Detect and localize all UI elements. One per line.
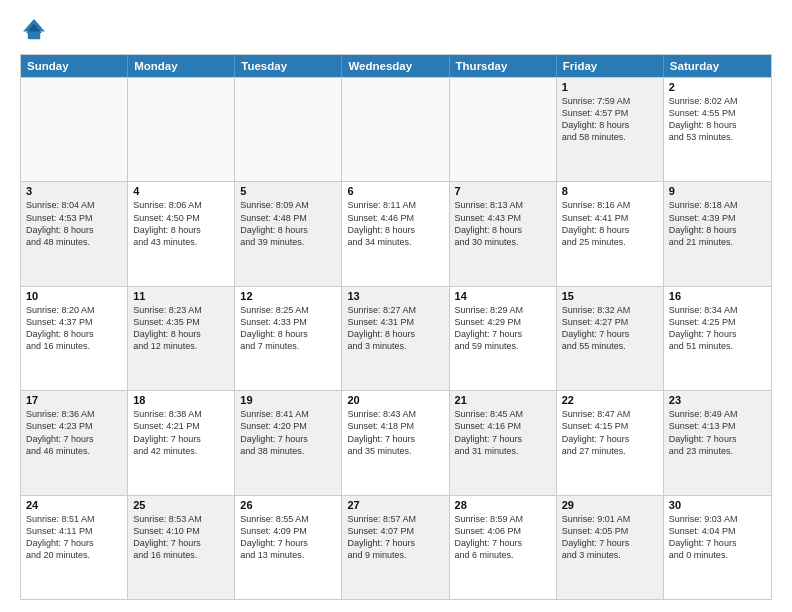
cal-cell: 23Sunrise: 8:49 AM Sunset: 4:13 PM Dayli… <box>664 391 771 494</box>
cal-header-monday: Monday <box>128 55 235 77</box>
cal-cell: 9Sunrise: 8:18 AM Sunset: 4:39 PM Daylig… <box>664 182 771 285</box>
day-number: 5 <box>240 185 336 197</box>
cal-cell <box>342 78 449 181</box>
day-number: 11 <box>133 290 229 302</box>
day-info: Sunrise: 8:55 AM Sunset: 4:09 PM Dayligh… <box>240 513 336 562</box>
day-number: 10 <box>26 290 122 302</box>
day-number: 9 <box>669 185 766 197</box>
calendar: SundayMondayTuesdayWednesdayThursdayFrid… <box>20 54 772 600</box>
cal-week-1: 1Sunrise: 7:59 AM Sunset: 4:57 PM Daylig… <box>21 77 771 181</box>
day-info: Sunrise: 8:11 AM Sunset: 4:46 PM Dayligh… <box>347 199 443 248</box>
day-info: Sunrise: 8:27 AM Sunset: 4:31 PM Dayligh… <box>347 304 443 353</box>
day-info: Sunrise: 8:57 AM Sunset: 4:07 PM Dayligh… <box>347 513 443 562</box>
day-number: 12 <box>240 290 336 302</box>
cal-header-saturday: Saturday <box>664 55 771 77</box>
cal-cell: 13Sunrise: 8:27 AM Sunset: 4:31 PM Dayli… <box>342 287 449 390</box>
day-number: 22 <box>562 394 658 406</box>
cal-week-2: 3Sunrise: 8:04 AM Sunset: 4:53 PM Daylig… <box>21 181 771 285</box>
cal-cell: 19Sunrise: 8:41 AM Sunset: 4:20 PM Dayli… <box>235 391 342 494</box>
cal-week-4: 17Sunrise: 8:36 AM Sunset: 4:23 PM Dayli… <box>21 390 771 494</box>
cal-cell: 11Sunrise: 8:23 AM Sunset: 4:35 PM Dayli… <box>128 287 235 390</box>
cal-cell: 10Sunrise: 8:20 AM Sunset: 4:37 PM Dayli… <box>21 287 128 390</box>
day-number: 13 <box>347 290 443 302</box>
cal-cell: 25Sunrise: 8:53 AM Sunset: 4:10 PM Dayli… <box>128 496 235 599</box>
cal-week-5: 24Sunrise: 8:51 AM Sunset: 4:11 PM Dayli… <box>21 495 771 599</box>
cal-cell: 12Sunrise: 8:25 AM Sunset: 4:33 PM Dayli… <box>235 287 342 390</box>
day-number: 20 <box>347 394 443 406</box>
day-number: 7 <box>455 185 551 197</box>
day-number: 23 <box>669 394 766 406</box>
day-info: Sunrise: 8:32 AM Sunset: 4:27 PM Dayligh… <box>562 304 658 353</box>
cal-cell: 17Sunrise: 8:36 AM Sunset: 4:23 PM Dayli… <box>21 391 128 494</box>
day-info: Sunrise: 8:23 AM Sunset: 4:35 PM Dayligh… <box>133 304 229 353</box>
day-info: Sunrise: 8:59 AM Sunset: 4:06 PM Dayligh… <box>455 513 551 562</box>
cal-cell <box>21 78 128 181</box>
day-info: Sunrise: 8:45 AM Sunset: 4:16 PM Dayligh… <box>455 408 551 457</box>
cal-cell <box>128 78 235 181</box>
day-number: 2 <box>669 81 766 93</box>
cal-cell: 26Sunrise: 8:55 AM Sunset: 4:09 PM Dayli… <box>235 496 342 599</box>
logo <box>20 16 52 44</box>
cal-cell: 15Sunrise: 8:32 AM Sunset: 4:27 PM Dayli… <box>557 287 664 390</box>
day-number: 26 <box>240 499 336 511</box>
cal-cell: 7Sunrise: 8:13 AM Sunset: 4:43 PM Daylig… <box>450 182 557 285</box>
day-info: Sunrise: 8:25 AM Sunset: 4:33 PM Dayligh… <box>240 304 336 353</box>
cal-cell: 2Sunrise: 8:02 AM Sunset: 4:55 PM Daylig… <box>664 78 771 181</box>
day-info: Sunrise: 8:53 AM Sunset: 4:10 PM Dayligh… <box>133 513 229 562</box>
cal-header-friday: Friday <box>557 55 664 77</box>
cal-cell: 3Sunrise: 8:04 AM Sunset: 4:53 PM Daylig… <box>21 182 128 285</box>
day-number: 21 <box>455 394 551 406</box>
day-info: Sunrise: 8:02 AM Sunset: 4:55 PM Dayligh… <box>669 95 766 144</box>
cal-cell: 14Sunrise: 8:29 AM Sunset: 4:29 PM Dayli… <box>450 287 557 390</box>
cal-week-3: 10Sunrise: 8:20 AM Sunset: 4:37 PM Dayli… <box>21 286 771 390</box>
cal-cell: 4Sunrise: 8:06 AM Sunset: 4:50 PM Daylig… <box>128 182 235 285</box>
day-info: Sunrise: 8:20 AM Sunset: 4:37 PM Dayligh… <box>26 304 122 353</box>
day-info: Sunrise: 8:09 AM Sunset: 4:48 PM Dayligh… <box>240 199 336 248</box>
cal-cell: 8Sunrise: 8:16 AM Sunset: 4:41 PM Daylig… <box>557 182 664 285</box>
day-number: 24 <box>26 499 122 511</box>
day-info: Sunrise: 9:01 AM Sunset: 4:05 PM Dayligh… <box>562 513 658 562</box>
cal-cell: 21Sunrise: 8:45 AM Sunset: 4:16 PM Dayli… <box>450 391 557 494</box>
day-number: 18 <box>133 394 229 406</box>
day-number: 6 <box>347 185 443 197</box>
day-number: 17 <box>26 394 122 406</box>
cal-cell: 18Sunrise: 8:38 AM Sunset: 4:21 PM Dayli… <box>128 391 235 494</box>
day-number: 4 <box>133 185 229 197</box>
day-info: Sunrise: 8:16 AM Sunset: 4:41 PM Dayligh… <box>562 199 658 248</box>
day-number: 27 <box>347 499 443 511</box>
cal-header-thursday: Thursday <box>450 55 557 77</box>
day-info: Sunrise: 8:51 AM Sunset: 4:11 PM Dayligh… <box>26 513 122 562</box>
cal-cell: 22Sunrise: 8:47 AM Sunset: 4:15 PM Dayli… <box>557 391 664 494</box>
day-number: 8 <box>562 185 658 197</box>
day-info: Sunrise: 9:03 AM Sunset: 4:04 PM Dayligh… <box>669 513 766 562</box>
day-info: Sunrise: 8:47 AM Sunset: 4:15 PM Dayligh… <box>562 408 658 457</box>
cal-cell: 24Sunrise: 8:51 AM Sunset: 4:11 PM Dayli… <box>21 496 128 599</box>
cal-cell: 20Sunrise: 8:43 AM Sunset: 4:18 PM Dayli… <box>342 391 449 494</box>
cal-cell: 1Sunrise: 7:59 AM Sunset: 4:57 PM Daylig… <box>557 78 664 181</box>
day-number: 25 <box>133 499 229 511</box>
cal-cell: 28Sunrise: 8:59 AM Sunset: 4:06 PM Dayli… <box>450 496 557 599</box>
day-info: Sunrise: 7:59 AM Sunset: 4:57 PM Dayligh… <box>562 95 658 144</box>
cal-header-tuesday: Tuesday <box>235 55 342 77</box>
day-info: Sunrise: 8:36 AM Sunset: 4:23 PM Dayligh… <box>26 408 122 457</box>
svg-rect-2 <box>28 32 40 40</box>
day-number: 19 <box>240 394 336 406</box>
page: SundayMondayTuesdayWednesdayThursdayFrid… <box>0 0 792 612</box>
day-info: Sunrise: 8:41 AM Sunset: 4:20 PM Dayligh… <box>240 408 336 457</box>
day-number: 28 <box>455 499 551 511</box>
day-number: 14 <box>455 290 551 302</box>
day-info: Sunrise: 8:49 AM Sunset: 4:13 PM Dayligh… <box>669 408 766 457</box>
day-info: Sunrise: 8:38 AM Sunset: 4:21 PM Dayligh… <box>133 408 229 457</box>
cal-header-sunday: Sunday <box>21 55 128 77</box>
cal-cell: 27Sunrise: 8:57 AM Sunset: 4:07 PM Dayli… <box>342 496 449 599</box>
day-info: Sunrise: 8:06 AM Sunset: 4:50 PM Dayligh… <box>133 199 229 248</box>
day-info: Sunrise: 8:04 AM Sunset: 4:53 PM Dayligh… <box>26 199 122 248</box>
day-number: 29 <box>562 499 658 511</box>
cal-cell <box>235 78 342 181</box>
day-number: 1 <box>562 81 658 93</box>
day-number: 16 <box>669 290 766 302</box>
cal-cell: 5Sunrise: 8:09 AM Sunset: 4:48 PM Daylig… <box>235 182 342 285</box>
cal-cell: 29Sunrise: 9:01 AM Sunset: 4:05 PM Dayli… <box>557 496 664 599</box>
day-number: 15 <box>562 290 658 302</box>
cal-cell: 6Sunrise: 8:11 AM Sunset: 4:46 PM Daylig… <box>342 182 449 285</box>
